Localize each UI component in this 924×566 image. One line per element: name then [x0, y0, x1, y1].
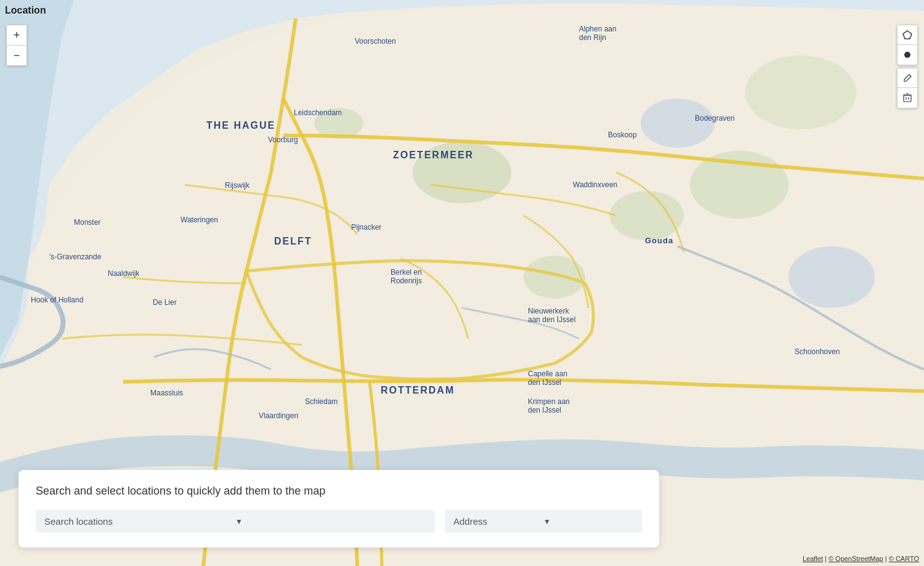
svg-point-7: [524, 256, 585, 299]
zoom-controls: + −: [6, 25, 27, 66]
search-locations-label: Search locations: [44, 516, 235, 527]
svg-point-6: [610, 191, 684, 240]
draw-point-button[interactable]: [898, 45, 917, 65]
svg-point-13: [904, 52, 910, 58]
svg-rect-14: [904, 95, 911, 102]
shape-buttons: [897, 25, 918, 65]
leaflet-link[interactable]: Leaflet: [803, 555, 823, 562]
address-dropdown[interactable]: Address ▼: [445, 510, 642, 533]
panel-description: Search and select locations to quickly a…: [36, 485, 642, 498]
zoom-in-button[interactable]: +: [7, 25, 26, 45]
carto-link[interactable]: © CARTO: [889, 555, 919, 562]
draw-polygon-button[interactable]: [898, 25, 917, 45]
search-arrow-icon: ▼: [235, 517, 426, 526]
search-locations-dropdown[interactable]: Search locations ▼: [36, 510, 435, 533]
svg-point-10: [641, 99, 715, 148]
osm-link[interactable]: © OpenStreetMap: [829, 555, 883, 562]
svg-point-11: [745, 55, 856, 129]
page-title: Location: [5, 5, 46, 16]
zoom-out-button[interactable]: −: [7, 46, 26, 65]
bottom-panel: Search and select locations to quickly a…: [18, 470, 659, 548]
address-arrow-icon: ▼: [543, 517, 633, 526]
search-row: Search locations ▼ Address ▼: [36, 510, 642, 533]
delete-button[interactable]: [898, 88, 917, 108]
address-label: Address: [453, 516, 543, 527]
attribution: Leaflet | © OpenStreetMap | © CARTO: [803, 555, 919, 562]
edit-button[interactable]: [898, 68, 917, 88]
edit-buttons: [897, 68, 918, 108]
map-container[interactable]: THE HAGUEZOETERMEERDELFTROTTERDAMVoorsch…: [0, 0, 924, 566]
svg-point-9: [788, 246, 875, 308]
svg-marker-12: [903, 31, 912, 39]
svg-point-4: [413, 142, 511, 203]
draw-controls: [897, 25, 918, 108]
